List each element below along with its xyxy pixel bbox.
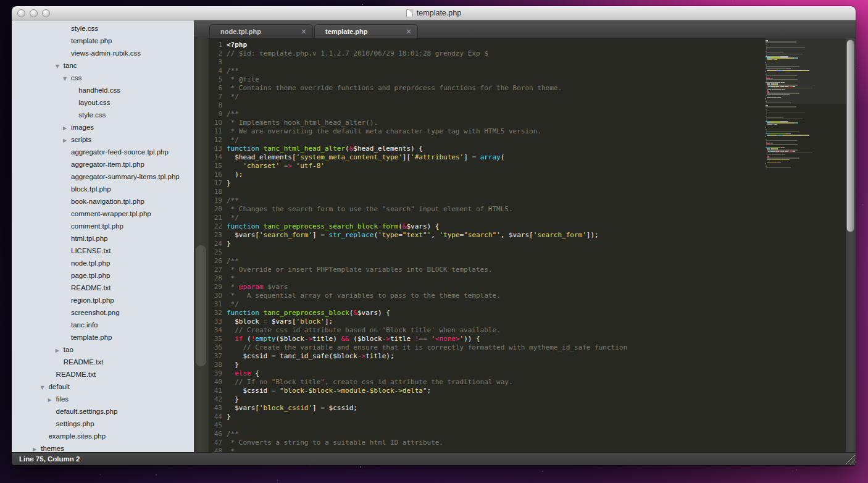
code-line[interactable]: 9/** bbox=[209, 110, 766, 119]
code-line[interactable]: 17} bbox=[209, 179, 766, 188]
sidebar-item[interactable]: screenshot.png bbox=[12, 306, 194, 319]
sidebar-item[interactable]: block.tpl.php bbox=[12, 183, 194, 195]
sidebar-item[interactable]: page.tpl.php bbox=[12, 269, 194, 282]
code-line[interactable]: 13function tanc_html_head_alter(&$head_e… bbox=[209, 145, 766, 153]
code-line[interactable]: 42 } bbox=[209, 395, 766, 404]
code-line[interactable]: 30 * A sequential array of variables to … bbox=[209, 292, 766, 300]
sidebar-item[interactable]: README.txt bbox=[12, 368, 194, 380]
code-line[interactable]: 47 * Converts a string to a suitable htm… bbox=[209, 439, 766, 447]
sidebar-item[interactable]: default.settings.php bbox=[12, 405, 194, 418]
disclosure-triangle-icon[interactable]: ▼ bbox=[56, 61, 64, 73]
window-titlebar[interactable]: template.php bbox=[12, 6, 856, 20]
code-line[interactable]: 19/** bbox=[209, 196, 766, 205]
editor-scrollbar-thumb[interactable] bbox=[846, 40, 854, 232]
close-tab-icon[interactable]: × bbox=[406, 25, 412, 38]
sidebar-item[interactable]: views-admin-rubik.css bbox=[12, 47, 194, 59]
code-line[interactable]: 10 * Implements hook_html_head_alter(). bbox=[209, 119, 766, 127]
code-line[interactable]: 29 * @param $vars bbox=[209, 283, 766, 292]
sidebar-item[interactable]: ▶files bbox=[12, 393, 194, 405]
disclosure-triangle-icon[interactable]: ▶ bbox=[63, 135, 71, 147]
disclosure-triangle-icon[interactable]: ▶ bbox=[48, 394, 56, 406]
code-line[interactable]: 14 $head_elements['system_meta_content_t… bbox=[209, 153, 766, 162]
code-line[interactable]: 21 */ bbox=[209, 214, 766, 222]
code-line[interactable]: 18 bbox=[209, 188, 766, 196]
sidebar-item[interactable]: aggregator-item.tpl.php bbox=[12, 158, 194, 170]
disclosure-triangle-icon[interactable]: ▶ bbox=[63, 122, 71, 135]
code-line[interactable]: 23 $vars['search_form'] = str_replace('t… bbox=[209, 231, 766, 240]
code-line[interactable]: 15 'charset' => 'utf-8' bbox=[209, 162, 766, 170]
code-line[interactable]: 32function tanc_preprocess_block(&$vars)… bbox=[209, 309, 766, 317]
disclosure-triangle-icon[interactable]: ▶ bbox=[56, 345, 64, 357]
code-line[interactable]: 4/** bbox=[209, 67, 766, 75]
code-line[interactable]: 2// $Id: template.php,v 1.1.2.7 2010/06/… bbox=[209, 49, 766, 58]
code-line[interactable]: 1<?php bbox=[209, 41, 766, 49]
sidebar-item[interactable]: template.php bbox=[12, 35, 194, 47]
close-tab-icon[interactable]: × bbox=[301, 25, 307, 38]
code-line[interactable]: 8 bbox=[209, 101, 766, 110]
code-line[interactable]: 20 * Changes the search form to use the … bbox=[209, 205, 766, 214]
sidebar-item[interactable]: settings.php bbox=[12, 418, 194, 430]
code-line[interactable]: 6 * Contains theme override functions an… bbox=[209, 84, 766, 93]
code-line[interactable]: 36 // Create the variable and ensure tha… bbox=[209, 343, 766, 352]
code-line[interactable]: 34 // Create css id attribute based on '… bbox=[209, 326, 766, 335]
sidebar-item[interactable]: style.css bbox=[12, 22, 194, 35]
code-line[interactable]: 7 */ bbox=[209, 93, 766, 101]
sidebar-item[interactable]: ▶images bbox=[12, 121, 194, 133]
sidebar-scrollbar[interactable] bbox=[194, 38, 209, 452]
editor-scrollbar[interactable] bbox=[846, 38, 856, 452]
minimap[interactable] bbox=[766, 38, 846, 452]
code-line[interactable]: 26/** bbox=[209, 257, 766, 266]
code-line[interactable]: 12 */ bbox=[209, 136, 766, 145]
sidebar-item[interactable]: LICENSE.txt bbox=[12, 245, 194, 257]
code-line[interactable]: 41 $cssid = "block-$block->module-$block… bbox=[209, 387, 766, 395]
sidebar-item[interactable]: ▼tanc bbox=[12, 59, 194, 72]
code-line[interactable]: 44} bbox=[209, 413, 766, 421]
sidebar-item[interactable]: tanc.info bbox=[12, 319, 194, 331]
code-line[interactable]: 25 bbox=[209, 248, 766, 257]
sidebar-item[interactable]: comment.tpl.php bbox=[12, 220, 194, 232]
sidebar-item[interactable]: comment-wrapper.tpl.php bbox=[12, 208, 194, 220]
code-line[interactable]: 11 * We are overwriting the default meta… bbox=[209, 127, 766, 136]
sidebar-item[interactable]: ▶scripts bbox=[12, 133, 194, 146]
code-line[interactable]: 39 else { bbox=[209, 369, 766, 378]
disclosure-triangle-icon[interactable]: ▼ bbox=[63, 73, 71, 85]
sidebar-item[interactable]: template.php bbox=[12, 331, 194, 343]
sidebar-item[interactable]: layout.css bbox=[12, 96, 194, 109]
sidebar-item[interactable]: style.css bbox=[12, 109, 194, 121]
code-line[interactable]: 33 $block = $vars['block']; bbox=[209, 317, 766, 326]
sidebar-item[interactable]: README.txt bbox=[12, 356, 194, 368]
sidebar-item[interactable]: ▼css bbox=[12, 72, 194, 84]
code-line[interactable]: 16 ); bbox=[209, 170, 766, 179]
code-line[interactable]: 40 // If no "Block title", create css id… bbox=[209, 378, 766, 387]
code-line[interactable]: 37 $cssid = tanc_id_safe($block->title); bbox=[209, 352, 766, 361]
sidebar-item[interactable]: aggregator-summary-items.tpl.php bbox=[12, 170, 194, 183]
code-line[interactable]: 48 * bbox=[209, 447, 766, 452]
code-line[interactable]: 24} bbox=[209, 240, 766, 248]
disclosure-triangle-icon[interactable]: ▶ bbox=[33, 443, 41, 453]
code-line[interactable]: 35 if (!empty($block->title) && ($block-… bbox=[209, 335, 766, 343]
code-line[interactable]: 31 */ bbox=[209, 300, 766, 309]
resize-grip-icon[interactable] bbox=[845, 454, 855, 464]
sidebar-item[interactable]: book-navigation.tpl.php bbox=[12, 195, 194, 208]
code-line[interactable]: 38 } bbox=[209, 361, 766, 369]
code-line[interactable]: 46/** bbox=[209, 430, 766, 439]
sidebar-item[interactable]: handheld.css bbox=[12, 84, 194, 96]
code-line[interactable]: 45 bbox=[209, 421, 766, 430]
code-editor[interactable]: 1<?php2// $Id: template.php,v 1.1.2.7 20… bbox=[209, 38, 766, 452]
sidebar-item[interactable]: ▼default bbox=[12, 380, 194, 393]
code-line[interactable]: 43 $vars['block_cssid'] = $cssid; bbox=[209, 404, 766, 413]
code-line[interactable]: 27 * Override or insert PHPTemplate vari… bbox=[209, 266, 766, 274]
sidebar-item[interactable]: node.tpl.php bbox=[12, 257, 194, 269]
sidebar-item[interactable]: region.tpl.php bbox=[12, 294, 194, 306]
sidebar-item[interactable]: html.tpl.php bbox=[12, 232, 194, 245]
sidebar-item[interactable]: aggregator-feed-source.tpl.php bbox=[12, 146, 194, 158]
sidebar-item[interactable]: ▶tao bbox=[12, 343, 194, 356]
code-line[interactable]: 28 * bbox=[209, 274, 766, 283]
disclosure-triangle-icon[interactable]: ▼ bbox=[40, 382, 48, 394]
tab-template.php[interactable]: template.php× bbox=[314, 24, 418, 38]
code-line[interactable]: 3 bbox=[209, 58, 766, 67]
code-line[interactable]: 5 * @file bbox=[209, 75, 766, 84]
tab-node.tpl.php[interactable]: node.tpl.php× bbox=[209, 24, 313, 38]
sidebar-item[interactable]: example.sites.php bbox=[12, 430, 194, 442]
code-line[interactable]: 22function tanc_preprocess_search_block_… bbox=[209, 222, 766, 231]
